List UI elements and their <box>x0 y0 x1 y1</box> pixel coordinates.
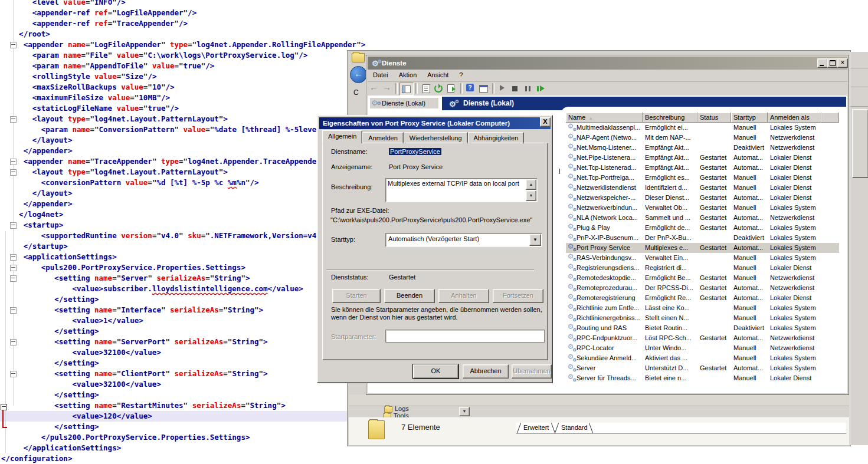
service-row[interactable]: RAS-Verbindungsv...Verwaltet Ein...Manue… <box>566 253 839 263</box>
menu-?[interactable]: ? <box>454 70 468 78</box>
service-row[interactable]: ServerUnterstützt D...GestartetAutomat..… <box>566 363 839 373</box>
service-row[interactable]: Net.Pipe-Listenera...Empfängt Akt...Gest… <box>566 153 839 163</box>
services-table[interactable]: Name▲BeschreibungStatusStarttypAnmelden … <box>566 113 839 383</box>
service-gear-icon <box>568 344 576 352</box>
dialog-tab-abhängigkeiten[interactable]: Abhängigkeiten <box>468 132 525 144</box>
tree-item-dienste-lokal[interactable]: Dienste (Lokal) <box>370 98 438 108</box>
abbrechen-button[interactable]: Abbrechen <box>463 364 509 379</box>
cell-anmelden-als: Lokales System <box>770 203 820 212</box>
cell-name: Netzwerkspeicher-... <box>577 193 641 202</box>
service-row[interactable]: Netzwerkspeicher-...Dieser Dienst...Gest… <box>566 193 839 203</box>
pane-header-title: Dienste (Lokal) <box>463 99 514 107</box>
console-tree-button[interactable] <box>399 83 414 96</box>
cell-starttyp: Automat... <box>733 213 767 222</box>
service-row[interactable]: Richtlinie zum Entfe...Lässt eine Ko...M… <box>566 303 839 313</box>
service-row[interactable]: Richtlinienergebniss...Stellt einen N...… <box>566 313 839 323</box>
service-row[interactable]: Server für Threads...Bietet eine n...Man… <box>566 373 839 383</box>
refresh-button[interactable] <box>433 83 446 94</box>
help-button[interactable] <box>464 83 477 94</box>
menu-aktion[interactable]: Aktion <box>394 70 422 78</box>
service-row[interactable]: RPC-Endpunktzuor...Löst RPC-Sch...Gestar… <box>566 333 839 343</box>
column-header-name[interactable]: Name▲ <box>566 113 643 123</box>
cell-anmelden-als: Netzwerkdienst <box>770 334 820 343</box>
dialog-close-button[interactable]: X <box>540 117 551 127</box>
pause-service-icon <box>525 86 527 91</box>
service-row[interactable]: NLA (Network Loca...Sammelt und ...Gesta… <box>566 213 839 223</box>
back-button[interactable] <box>368 83 381 94</box>
pause-service-button[interactable] <box>522 83 535 94</box>
minimize-button[interactable] <box>817 58 828 68</box>
column-header-anmelden-als[interactable]: Anmelden als <box>768 113 821 123</box>
combobox-dropdown-icon[interactable]: ▼ <box>529 234 541 246</box>
service-row[interactable]: Remotedesktopdie...Ermöglicht Be...Gesta… <box>566 273 839 283</box>
cell-anmelden-als: Lokaler Dienst <box>770 374 820 383</box>
scroll-up-button[interactable]: ▲ <box>526 179 536 190</box>
back-button[interactable]: ← <box>350 66 367 83</box>
beenden-button[interactable]: Beenden <box>384 289 435 303</box>
service-row[interactable]: Netzwerkverbindun...Verwaltet Ob...Gesta… <box>566 203 839 213</box>
scroll-down-button[interactable]: ▼ <box>526 190 536 201</box>
service-row[interactable]: NetzwerklistendienstIdentifiziert d...Ge… <box>566 183 839 193</box>
cell-beschreibung: Verwaltet Ob... <box>645 203 696 212</box>
export-list-button[interactable] <box>446 83 458 94</box>
service-row[interactable]: Registrierungsdiens...Registriert di...M… <box>566 263 839 273</box>
properties-button[interactable] <box>420 83 433 94</box>
service-row[interactable]: NAP-Agent (Netwo...Mit dem NAP-...Manuel… <box>566 133 839 143</box>
cell-anmelden-als: Lokaler Dienst <box>770 153 820 162</box>
column-header-beschreibung[interactable]: Beschreibung <box>643 113 697 123</box>
anzeigename-value: Port Proxy Service <box>389 163 443 170</box>
cell-anmelden-als: Lokales System <box>770 223 820 232</box>
dialog-tab-allgemein[interactable]: Allgemein <box>322 130 362 144</box>
ok-button[interactable]: OK <box>413 364 458 379</box>
maximize-button[interactable] <box>827 58 838 68</box>
cell-anmelden-als: Lokales System <box>770 354 820 363</box>
cell-anmelden-als: Lokales System <box>770 243 820 252</box>
beschreibung-field[interactable]: Multiplexes external TCP/IP data on loca… <box>385 178 538 202</box>
cell-beschreibung: Ermöglicht Re... <box>645 294 696 302</box>
dienststatus-label: Dienststatus: <box>331 274 369 281</box>
service-row[interactable]: Sekundäre Anmeld...Aktiviert das ...Manu… <box>566 353 839 363</box>
tab-erweitert[interactable]: Erweitert <box>523 424 549 431</box>
folder-icon <box>352 53 365 62</box>
cell-name: Remotedesktopdie... <box>577 274 641 282</box>
service-row[interactable]: Port Proxy ServiceMultiplexes e...Gestar… <box>566 243 839 253</box>
service-row[interactable]: Net.Msmq-Listener...Empfängt Akt...Deakt… <box>566 143 839 153</box>
restart-service-button[interactable] <box>535 83 548 94</box>
service-row[interactable]: Remoteprozedurau...Der RPCSS-Di...Gestar… <box>566 283 839 293</box>
service-row[interactable]: PnP-X-IP-Busenum...Der PnP-X-Bu...Deakti… <box>566 233 839 243</box>
stop-service-button[interactable] <box>509 83 522 94</box>
column-header-starttyp[interactable]: Starttyp <box>731 113 768 123</box>
cell-status: Gestartet <box>700 193 730 202</box>
dialog-tab-wiederherstellung[interactable]: Wiederherstellung <box>404 132 468 144</box>
text-fragment <box>559 169 560 174</box>
close-button[interactable]: × <box>837 58 848 68</box>
service-row[interactable]: Net.Tcp-Listenerad...Empfängt Akt...Gest… <box>566 163 839 173</box>
column-header-filler[interactable] <box>821 113 839 123</box>
starttyp-combobox[interactable]: Automatisch (Verzögerter Start) ▼ <box>385 233 542 247</box>
service-row[interactable]: RPC-LocatorUnter Windo...ManuellNetzwerk… <box>566 343 839 353</box>
service-row[interactable]: Multimediaklassenpl...Ermöglicht ei...Ma… <box>566 123 839 133</box>
dropdown-button[interactable]: ▼ <box>459 407 470 416</box>
menu-ansicht[interactable]: Ansicht <box>422 70 454 78</box>
new-window-button[interactable] <box>477 83 490 94</box>
cell-anmelden-als: Netzwerkdienst <box>770 344 820 353</box>
cell-name: Richtlinie zum Entfe... <box>577 304 641 312</box>
service-row[interactable]: Routing und RASBietet Routin...Deaktivie… <box>566 323 839 333</box>
cell-name: Server <box>577 364 641 373</box>
column-header-status[interactable]: Status <box>697 113 731 123</box>
dialog-titlebar[interactable]: Eigenschaften von Port Proxy Service (Lo… <box>319 117 551 129</box>
anzeigename-label: Anzeigename: <box>331 163 372 170</box>
services-titlebar[interactable]: Dienste <box>368 57 847 70</box>
forward-button[interactable] <box>381 83 394 94</box>
cell-starttyp: Deaktiviert <box>733 233 767 242</box>
start-service-button[interactable] <box>496 83 509 94</box>
cell-starttyp: Manuell <box>733 254 767 262</box>
cell-anmelden-als: Lokaler Dienst <box>770 193 820 202</box>
startparameter-input[interactable] <box>385 330 545 343</box>
dialog-tab-anmelden[interactable]: Anmelden <box>362 132 404 144</box>
menu-datei[interactable]: Datei <box>368 70 394 78</box>
service-row[interactable]: Plug & PlayErmöglicht de...GestartetAuto… <box>566 223 839 233</box>
service-row[interactable]: Net.Tcp-Portfreiga...Ermöglicht es...Ges… <box>566 173 839 183</box>
tab-standard[interactable]: Standard <box>561 424 588 431</box>
service-row[interactable]: RemoteregistrierungErmöglicht Re...Gesta… <box>566 293 839 303</box>
